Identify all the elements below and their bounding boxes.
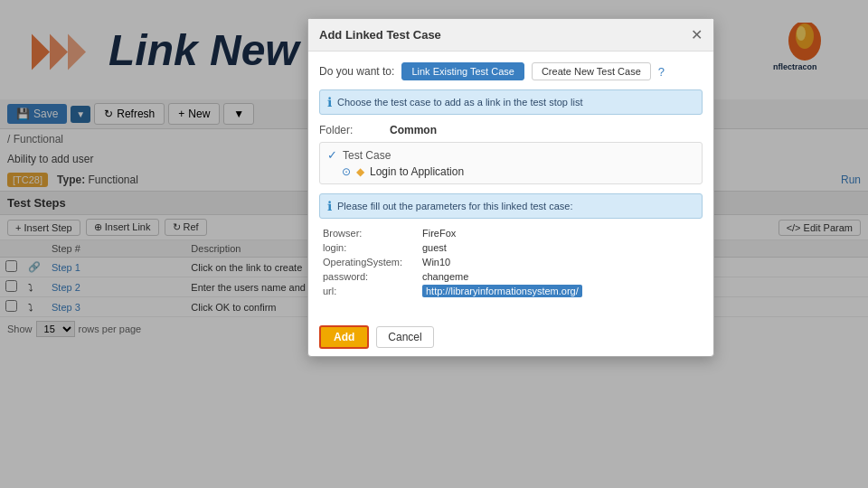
folder-label: Folder: xyxy=(319,124,382,136)
param-row-os: OperatingSystem: Win10 xyxy=(319,255,703,269)
modal-title: Add Linked Test Case xyxy=(319,28,441,42)
link-existing-tab-button[interactable]: Link Existing Test Case xyxy=(401,62,524,80)
param-row-password: password: changeme xyxy=(319,269,703,284)
modal-body: Do you want to: Link Existing Test Case … xyxy=(308,52,713,318)
question-mark-icon: ? xyxy=(658,65,665,79)
modal-dialog: Add Linked Test Case ✕ Do you want to: L… xyxy=(307,18,714,357)
add-button[interactable]: Add xyxy=(319,325,369,349)
modal-close-button[interactable]: ✕ xyxy=(691,26,703,43)
tree-item[interactable]: ⊙ ◆ Login to Application xyxy=(327,165,694,178)
info-icon: ℹ xyxy=(327,95,332,109)
modal-header: Add Linked Test Case ✕ xyxy=(308,19,713,52)
modal-footer: Add Cancel xyxy=(308,318,713,356)
params-info-box: ℹ Please fill out the parameters for thi… xyxy=(319,193,703,219)
modal-tab-row: Do you want to: Link Existing Test Case … xyxy=(319,62,703,80)
params-info-icon: ℹ xyxy=(327,199,332,213)
folder-row: Folder: Common xyxy=(319,124,703,136)
folder-value: Common xyxy=(390,124,437,136)
cancel-button[interactable]: Cancel xyxy=(376,326,433,348)
info-message-box: ℹ Choose the test case to add as a link … xyxy=(319,89,703,115)
tree-header: ✓ Test Case xyxy=(327,148,694,162)
do-you-want-label: Do you want to: xyxy=(319,65,394,78)
param-row-login: login: guest xyxy=(319,240,703,255)
radio-icon: ⊙ xyxy=(342,165,351,178)
params-table: Browser: FireFox login: guest OperatingS… xyxy=(319,226,703,298)
item-icon: ◆ xyxy=(356,165,364,178)
modal-overlay[interactable]: Add Linked Test Case ✕ Do you want to: L… xyxy=(0,0,868,488)
url-value: http://libraryinformationsystem.org/ xyxy=(422,285,582,297)
create-new-tab-button[interactable]: Create New Test Case xyxy=(532,62,651,80)
param-row-url: url: http://libraryinformationsystem.org… xyxy=(319,284,703,298)
test-case-tree: ✓ Test Case ⊙ ◆ Login to Application xyxy=(319,142,703,184)
checkmark-icon: ✓ xyxy=(327,148,337,162)
param-row-browser: Browser: FireFox xyxy=(319,226,703,240)
